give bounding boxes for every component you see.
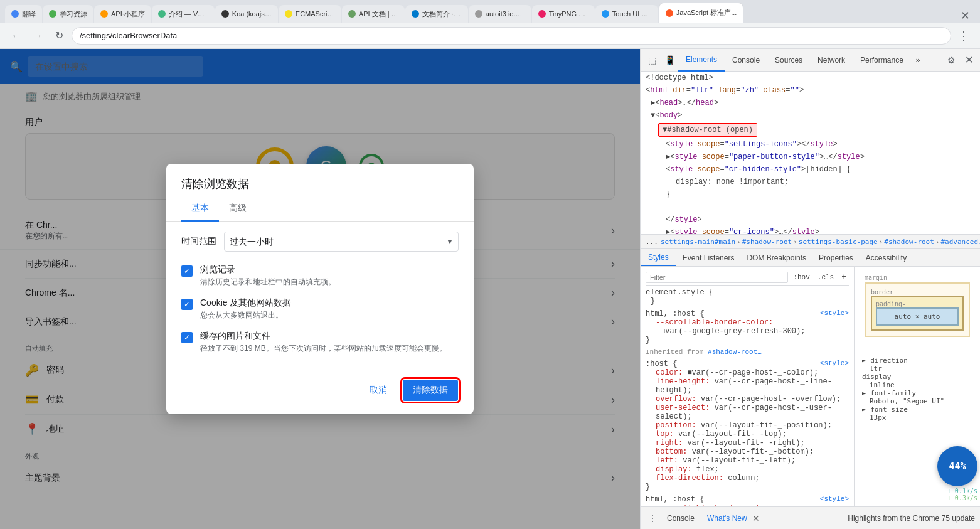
devtools-settings-icon[interactable]: ⚙ [942, 51, 960, 69]
checkbox-0[interactable]: ✓ [181, 265, 193, 277]
back-button[interactable]: ← [8, 27, 25, 45]
checkbox-0-text: 浏览记录 清除历史记录和地址栏中的自动填充项。 [200, 264, 336, 287]
checkbox-2[interactable]: ✓ [181, 332, 193, 343]
checkbox-1-text: Cookie 及其他网站数据 您会从大多数网站退出。 [200, 297, 291, 321]
css-prop-grey: □var(--google-grey-refresh-300); [646, 327, 849, 336]
checkbox-1-title: Cookie 及其他网站数据 [200, 297, 291, 309]
breadcrumb-shadow-root-2[interactable]: #shadow-root [884, 238, 934, 246]
inherited-link[interactable]: #shadow-root… [708, 348, 762, 356]
add-style-icon[interactable]: + [839, 271, 849, 283]
devtools-tab-sources[interactable]: Sources [767, 49, 810, 72]
tab-accessibility[interactable]: Accessibility [860, 249, 913, 267]
tab-10[interactable]: Touch UI 开发文档 [595, 5, 658, 23]
code-line-2: ▶<head>…</head> [641, 97, 980, 109]
breadcrumb-sep-4: › [935, 238, 940, 246]
devtools-bottom-text: Highlights from the Chrome 75 update [848, 514, 975, 523]
css-block-html-host: <style> html, :host { --scrollable-borde… [646, 309, 849, 345]
tab-label-4: Koa (koajs) -- 基... [232, 9, 272, 19]
box-model-dash: - [865, 338, 970, 346]
time-range-label: 时间范围 [181, 236, 216, 247]
menu-button[interactable]: ⋮ [955, 27, 972, 45]
tab-properties[interactable]: Properties [812, 249, 860, 267]
tab-9[interactable]: TinyPNG – Compr... [532, 5, 595, 23]
tab-dom-breakpoints[interactable]: DOM Breakpoints [740, 249, 812, 267]
devtools-tab-console[interactable]: Console [725, 49, 767, 72]
address-bar[interactable]: /settings/clearBrowserData [72, 27, 951, 45]
console-tab-label[interactable]: Console [662, 514, 700, 523]
devtools-panel: ⬚ 📱 Elements Console Sources Network Per… [640, 49, 980, 529]
tab-11[interactable]: JavaScript 标准库... [659, 3, 744, 23]
pseudoclass-btn[interactable]: :hov [791, 272, 812, 282]
time-range-select[interactable]: 过去一小时 过去24小时 过去7天 过去4周 全部时间 [224, 232, 459, 252]
tab-1[interactable]: 学习资源 [43, 5, 93, 23]
code-line-5: ▶<style scope="paper-button-style">…</st… [641, 151, 980, 163]
css-block-host: <style> :host { color: ■var(--cr-page-ho… [646, 360, 849, 491]
devtools-code-area: <!doctype html> <html dir="ltr" lang="zh… [641, 72, 980, 234]
address-bar-row: ← → ↻ /settings/clearBrowserData ⋮ [0, 23, 980, 49]
inherited-from: Inherited from #shadow-root… [646, 348, 849, 356]
cancel-button[interactable]: 取消 [360, 379, 397, 402]
tab-styles[interactable]: Styles [641, 249, 676, 267]
box-model-size: auto × auto [895, 313, 940, 321]
dialog-title: 清除浏览数据 [166, 164, 474, 196]
tab-4[interactable]: Koa (koajs) -- 基... [215, 5, 278, 23]
tab-label-2: API·小程序 [111, 9, 145, 19]
css-block-element: element.style { } [646, 288, 849, 306]
styles-content: :hov .cls + element.style { } <style> [641, 267, 980, 506]
clear-data-dialog: 清除浏览数据 基本 高级 时间范围 [166, 164, 474, 414]
code-line-7: display: none !important; [641, 176, 980, 188]
forward-button[interactable]: → [29, 27, 46, 45]
devtools-device-icon[interactable]: 📱 [661, 51, 678, 69]
dialog-body: 时间范围 过去一小时 过去24小时 过去7天 过去4周 全部时间 ▼ [166, 222, 474, 374]
tab-favicon-5 [285, 10, 292, 18]
close-window-button[interactable]: ✕ [956, 9, 975, 23]
code-line-6: <style scope="cr-hidden-style">[hidden] … [641, 163, 980, 176]
styles-panel: Styles Event Listeners DOM Breakpoints P… [641, 249, 980, 506]
code-line-9 [641, 201, 980, 213]
devtools-tab-performance[interactable]: Performance [853, 49, 911, 72]
styles-right-panel: margin border padding- auto × auto [855, 267, 980, 506]
tab-basic[interactable]: 基本 [181, 196, 219, 222]
devtools-menu-icon[interactable]: ⋮ [646, 513, 659, 523]
checkbox-1[interactable]: ✓ [181, 299, 193, 310]
breadcrumb-sep-2: › [793, 238, 797, 246]
tab-advanced[interactable]: 高级 [219, 196, 257, 222]
breadcrumb-shadow-root-1[interactable]: #shadow-root [742, 238, 792, 246]
address-text: /settings/clearBrowserData [80, 31, 177, 40]
styles-filter-input[interactable] [646, 272, 788, 283]
browser-frame: 翻译 学习资源 API·小程序 介绍 — Vue.js Koa (koajs) … [0, 0, 980, 529]
checkbox-item-0: ✓ 浏览记录 清除历史记录和地址栏中的自动填充项。 [181, 264, 459, 287]
display-prop: display [862, 373, 972, 381]
whats-new-close-icon[interactable]: ✕ [752, 513, 760, 523]
css-prop-display: display: flex; [646, 465, 849, 474]
tab-7[interactable]: 文档简介 · TypeScr... [405, 5, 468, 23]
css-prop-top: top: var(--layout-fit-_-top); [646, 430, 849, 439]
devtools-close-icon[interactable]: ✕ [960, 51, 977, 69]
tab-6[interactable]: API 文档 | Node.js... [342, 5, 405, 23]
tab-0[interactable]: 翻译 [5, 5, 42, 23]
speed-up-value: + 0.1k/s [937, 488, 977, 494]
reload-button[interactable]: ↻ [50, 27, 68, 45]
confirm-button-wrapper: 清除数据 [402, 379, 459, 402]
css-source-host: <style> [820, 360, 849, 367]
checkbox-0-subtitle: 清除历史记录和地址栏中的自动填充项。 [200, 277, 336, 287]
breadcrumb-basic-page[interactable]: settings-basic-page [799, 238, 878, 246]
devtools-tab-network[interactable]: Network [810, 49, 853, 72]
breadcrumb-main[interactable]: settings-main#main [661, 238, 735, 246]
devtools-inspect-icon[interactable]: ⬚ [643, 51, 661, 69]
cls-btn[interactable]: .cls [815, 272, 836, 282]
css-close-host: } [646, 483, 849, 491]
devtools-tab-more[interactable]: » [911, 49, 925, 72]
speed-values: + 0.1k/s + 0.3k/s [937, 488, 977, 501]
tab-event-listeners[interactable]: Event Listeners [676, 249, 741, 267]
tab-3[interactable]: 介绍 — Vue.js [152, 5, 215, 23]
confirm-button[interactable]: 清除数据 [403, 380, 458, 401]
tab-5[interactable]: ECMAScript 6 入... [279, 5, 341, 23]
tab-8[interactable]: autoit3 ie.au3 函... [469, 5, 531, 23]
tab-2[interactable]: API·小程序 [94, 5, 151, 23]
tab-favicon-7 [412, 10, 419, 18]
devtools-tab-elements[interactable]: Elements [678, 49, 725, 72]
whats-new-tab-label[interactable]: What's New [702, 514, 752, 523]
breadcrumb-advanced[interactable]: #advanced... [940, 238, 980, 246]
css-selector-html: html, :host { [646, 309, 849, 318]
